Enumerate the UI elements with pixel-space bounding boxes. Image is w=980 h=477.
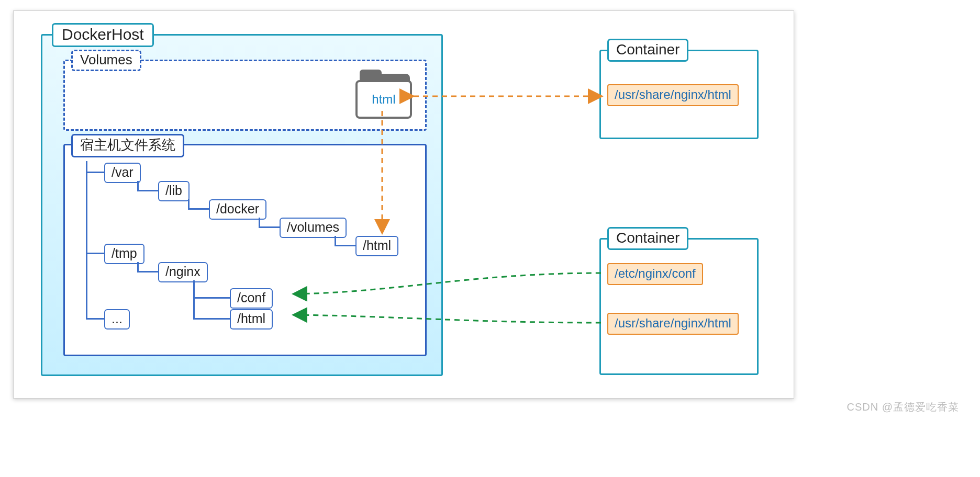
folder-icon: html: [355, 74, 412, 117]
path-var: /var: [104, 163, 141, 183]
path-tmp: /tmp: [104, 244, 144, 264]
filesystem-label: 宿主机文件系统: [71, 134, 184, 157]
volumes-box: Volumes html: [63, 60, 427, 131]
path-docker: /docker: [209, 199, 266, 220]
path-html-tmp: /html: [230, 309, 273, 330]
docker-host-box: DockerHost Volumes html 宿主机文件系统 /var /li…: [41, 34, 443, 376]
container-label-2: Container: [607, 227, 688, 250]
path-lib: /lib: [158, 181, 190, 201]
path-volumes: /volumes: [280, 218, 347, 238]
watermark: CSDN @孟德爱吃香菜: [847, 400, 959, 414]
container-box-2: Container /etc/nginx/conf /usr/share/ngi…: [599, 238, 759, 375]
path-html-vol: /html: [355, 236, 398, 256]
filesystem-box: 宿主机文件系统 /var /lib /docker /volumes /html…: [63, 144, 427, 356]
volumes-label: Volumes: [71, 50, 141, 71]
path-conf: /conf: [230, 288, 273, 309]
volumes-folder-name: html: [355, 80, 412, 119]
container-2-path-0: /etc/nginx/conf: [607, 263, 703, 285]
docker-host-label: DockerHost: [52, 23, 154, 47]
path-more: ...: [104, 309, 130, 330]
container-1-path-0: /usr/share/nginx/html: [607, 84, 739, 106]
path-nginx: /nginx: [158, 262, 208, 282]
container-label-1: Container: [607, 39, 688, 62]
container-box-1: Container /usr/share/nginx/html: [599, 50, 759, 139]
container-2-path-1: /usr/share/nginx/html: [607, 313, 739, 335]
